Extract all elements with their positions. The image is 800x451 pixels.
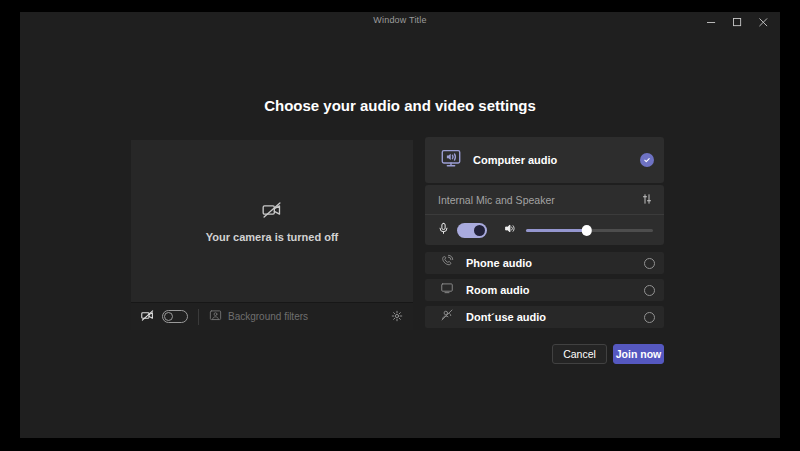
camera-toggle[interactable] — [162, 310, 188, 323]
divider — [198, 309, 199, 325]
camera-off-icon — [141, 308, 154, 326]
mic-toggle-knob — [474, 225, 485, 236]
prejoin-window: Window Title Choose your audio and video… — [20, 12, 780, 438]
camera-panel: Your camera is turned off — [131, 140, 413, 330]
camera-preview: Your camera is turned off — [131, 140, 413, 302]
camera-controls-bar: Background filters — [131, 302, 413, 330]
volume-slider[interactable] — [526, 224, 653, 236]
camera-status-text: Your camera is turned off — [206, 231, 338, 243]
option-label: Phone audio — [466, 257, 532, 269]
device-name: Internal Mic and Speaker — [438, 194, 555, 206]
window-title: Window Title — [20, 15, 780, 25]
phone-audio-icon — [440, 254, 454, 272]
camera-off-icon — [262, 200, 282, 224]
mic-icon — [437, 221, 450, 239]
close-button[interactable] — [750, 12, 776, 32]
radio-unselected-icon — [644, 312, 655, 323]
option-label: Room audio — [466, 284, 530, 296]
option-label: Dont´use audio — [466, 311, 546, 323]
device-settings-card: Internal Mic and Speaker — [425, 185, 664, 245]
mic-volume-row — [425, 215, 664, 245]
mic-toggle[interactable] — [457, 223, 487, 238]
computer-audio-icon — [440, 147, 462, 173]
title-bar: Window Title — [20, 12, 780, 34]
room-audio-icon — [440, 281, 454, 299]
minimize-button[interactable] — [698, 12, 724, 32]
window-controls — [698, 12, 776, 32]
gear-icon[interactable] — [391, 308, 403, 326]
device-row: Internal Mic and Speaker — [425, 185, 664, 214]
speaker-icon — [504, 221, 517, 239]
maximize-icon — [733, 18, 742, 27]
option-computer-audio[interactable]: Computer audio — [425, 137, 664, 183]
selected-check-icon — [640, 153, 654, 167]
background-filters-button[interactable]: Background filters — [209, 308, 308, 326]
no-audio-icon — [440, 308, 454, 326]
option-label: Computer audio — [473, 154, 557, 166]
option-phone-audio[interactable]: Phone audio — [425, 252, 664, 274]
option-room-audio[interactable]: Room audio — [425, 279, 664, 301]
volume-fill — [526, 229, 587, 232]
minimize-icon — [707, 18, 716, 27]
volume-knob[interactable] — [582, 225, 593, 236]
audio-options-panel: Computer audio Internal Mic and Speaker — [425, 137, 664, 328]
radio-unselected-icon — [644, 285, 655, 296]
background-filters-label: Background filters — [228, 311, 308, 322]
sliders-icon[interactable] — [641, 191, 653, 209]
close-icon — [759, 18, 768, 27]
option-dont-use-audio[interactable]: Dont´use audio — [425, 306, 664, 328]
cancel-button[interactable]: Cancel — [552, 344, 607, 364]
camera-toggle-knob — [164, 312, 173, 321]
footer-actions: Cancel Join now — [552, 344, 664, 364]
background-filters-icon — [209, 308, 222, 326]
page-title: Choose your audio and video settings — [20, 97, 780, 114]
join-now-button[interactable]: Join now — [613, 344, 664, 364]
radio-unselected-icon — [644, 258, 655, 269]
maximize-button[interactable] — [724, 12, 750, 32]
